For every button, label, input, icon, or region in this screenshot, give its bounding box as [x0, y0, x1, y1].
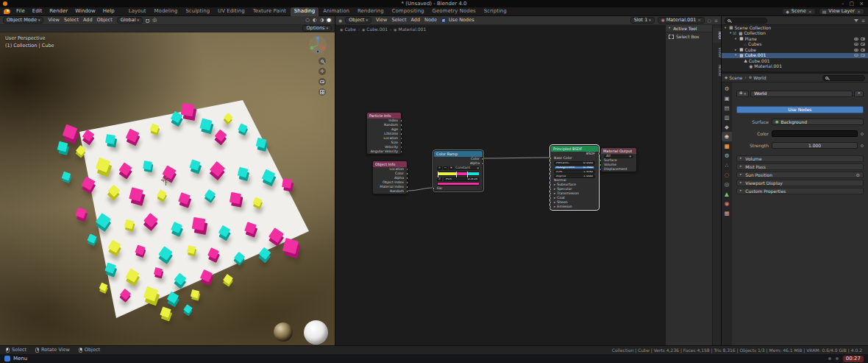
mode-dropdown[interactable]: Object Mode ▾ [3, 17, 43, 24]
active-stop-index[interactable]: 2 [437, 177, 442, 181]
workspace-tab-modeling[interactable]: Modeling [151, 7, 182, 16]
surface-shader-dropdown[interactable]: ● Background [772, 119, 864, 125]
section-custom-properties[interactable]: ▸Custom Properties [736, 188, 864, 194]
viewport-menu-view[interactable]: View [46, 17, 60, 24]
shader-type-dropdown[interactable]: Object ▾ [345, 17, 371, 24]
node-title[interactable]: Material Output [601, 148, 636, 154]
socket-color[interactable] [406, 172, 408, 175]
socket-lifetime[interactable] [400, 133, 402, 135]
shader-menu-view[interactable]: View [374, 17, 388, 24]
disclosure-icon[interactable]: ▾ [725, 27, 726, 30]
camera-view-icon[interactable] [319, 78, 326, 85]
workspace-tab-scripting[interactable]: Scripting [480, 7, 511, 16]
hide-viewport-icon[interactable] [854, 43, 858, 46]
disable-render-icon[interactable] [861, 38, 865, 40]
fac-socket[interactable] [433, 187, 435, 189]
color-stop-marker[interactable] [438, 172, 438, 177]
tray-icon[interactable] [836, 357, 839, 360]
socket-alpha[interactable] [406, 177, 408, 179]
workspace-tab-animation[interactable]: Animation [319, 7, 353, 16]
socket-random[interactable] [400, 124, 402, 126]
workspace-tab-geometry-nodes[interactable]: Geometry Nodes [429, 7, 480, 16]
scene-unlink-icon[interactable]: × [808, 10, 812, 14]
properties-tab-texture[interactable]: ▦ [722, 208, 732, 218]
animate-dot-icon[interactable] [861, 133, 864, 135]
gear-icon[interactable]: ⚙ [856, 173, 860, 177]
disable-render-icon[interactable] [861, 49, 865, 52]
workspace-tab-sculpting[interactable]: Sculpting [182, 7, 213, 16]
disable-render-icon[interactable] [861, 54, 865, 57]
socket-size[interactable] [400, 141, 402, 144]
shader-menu-add[interactable]: Add [409, 17, 421, 24]
slot-dropdown[interactable]: Slot 1 ▾ [630, 17, 655, 24]
active-stop-color-swatch[interactable] [437, 182, 480, 186]
properties-tab-physics[interactable]: ◌ [722, 170, 732, 180]
menu-window[interactable]: Window [72, 7, 99, 15]
shader-menu-select[interactable]: Select [390, 17, 408, 24]
shader-menu-node[interactable]: Node [423, 17, 438, 24]
socket-displacement[interactable] [600, 168, 602, 170]
breadcrumb-cube[interactable]: ◉Cube [340, 27, 356, 32]
color-stop-marker[interactable] [456, 172, 457, 177]
blender-logo-icon[interactable] [4, 9, 10, 14]
animate-dot-icon[interactable] [861, 144, 864, 147]
properties-tab-view-layer[interactable]: ▥ [722, 113, 732, 122]
menu-help[interactable]: Help [100, 7, 118, 15]
properties-crumb-scene[interactable]: ◆Scene [725, 76, 743, 80]
properties-crumb-world[interactable]: ⊕World [749, 76, 766, 80]
socket-transmission[interactable] [549, 192, 552, 194]
remove-stop-button[interactable]: − [443, 166, 448, 170]
workspace-tab-layout[interactable]: Layout [125, 7, 150, 16]
outliner-row-cube[interactable]: ▸■Cube [722, 47, 868, 53]
viewport-canvas[interactable]: User Perspective (1) Collection | Cube ✛ [0, 32, 335, 345]
add-stop-button[interactable]: + [437, 166, 442, 170]
move-view-icon[interactable]: ✛ [319, 68, 326, 75]
wireframe-shading-icon[interactable]: ○ [305, 18, 310, 23]
unlink-material-icon[interactable]: × [698, 18, 701, 22]
navigation-gizmo[interactable] [308, 35, 327, 54]
properties-tab-world[interactable]: ⊕ [722, 132, 732, 141]
filter-funnel-icon[interactable] [854, 19, 858, 22]
viewport-menu-object[interactable]: Object [96, 17, 114, 24]
slider-metallic[interactable]: Metallic0.000 [554, 161, 595, 165]
disclosure-icon[interactable]: ▾ [730, 32, 731, 35]
slider-ior[interactable]: IOR1.450 [554, 170, 595, 174]
node-object-info[interactable]: Object Info LocationColorAlphaObject Ind… [372, 161, 408, 194]
workspace-tab-compositing[interactable]: Compositing [388, 7, 428, 16]
viewport-menu-select[interactable]: Select [63, 17, 80, 24]
viewport-menu-add[interactable]: Add [82, 17, 94, 24]
color-ramp-gradient[interactable] [437, 172, 480, 176]
node-particle-info[interactable]: Particle Info IndexRandomAgeLifetimeLoca… [366, 112, 402, 155]
properties-tab-scene[interactable]: ◆ [722, 122, 732, 132]
menu-render[interactable]: Render [46, 7, 71, 15]
properties-tab-constraints[interactable]: ◎ [722, 180, 732, 189]
slider-roughness[interactable]: Roughness0.500 [554, 166, 595, 169]
socket-alpha[interactable] [549, 175, 552, 177]
breadcrumb-material-001[interactable]: ◉Material.001 [394, 27, 426, 32]
outliner-menu-icon[interactable]: ≡ [861, 18, 865, 23]
maximize-button[interactable]: ▢ [850, 1, 855, 7]
rendered-shading-icon[interactable]: ● [326, 18, 332, 23]
menu-edit[interactable]: Edit [29, 7, 46, 15]
workspace-tab-rendering[interactable]: Rendering [354, 7, 388, 16]
material-shading-icon[interactable]: ◑ [319, 18, 325, 23]
disable-render-icon[interactable] [861, 43, 865, 46]
outliner-row-material-001[interactable]: ◉Material.001 [722, 64, 868, 70]
socket-ior[interactable] [549, 170, 552, 172]
zoom-tool-icon[interactable] [319, 57, 326, 65]
node-title[interactable]: Object Info [373, 161, 407, 167]
socket-alpha[interactable] [482, 162, 484, 164]
socket-location[interactable] [400, 137, 402, 139]
os-menu-label[interactable]: Menu [13, 356, 27, 362]
stop-position-slider[interactable]: Pos 0.818 [444, 177, 480, 181]
ramp-options-button[interactable]: ▾ [449, 166, 454, 170]
properties-tab-render[interactable]: ▣ [722, 94, 732, 103]
outliner-row-scene-collection[interactable]: ▾▦Scene Collection [722, 25, 868, 31]
menu-file[interactable]: File [13, 7, 28, 15]
socket-random[interactable] [406, 190, 408, 192]
node-principled-bsdf[interactable]: Principled BSDF BSDF Base ColorMetallic0… [550, 145, 599, 210]
editor-type-icon[interactable]: ◉ [338, 18, 342, 23]
interpolation-dropdown[interactable]: Constant ▾ [455, 166, 480, 170]
socket-metallic[interactable] [549, 161, 552, 163]
minimize-button[interactable]: – [842, 1, 844, 7]
